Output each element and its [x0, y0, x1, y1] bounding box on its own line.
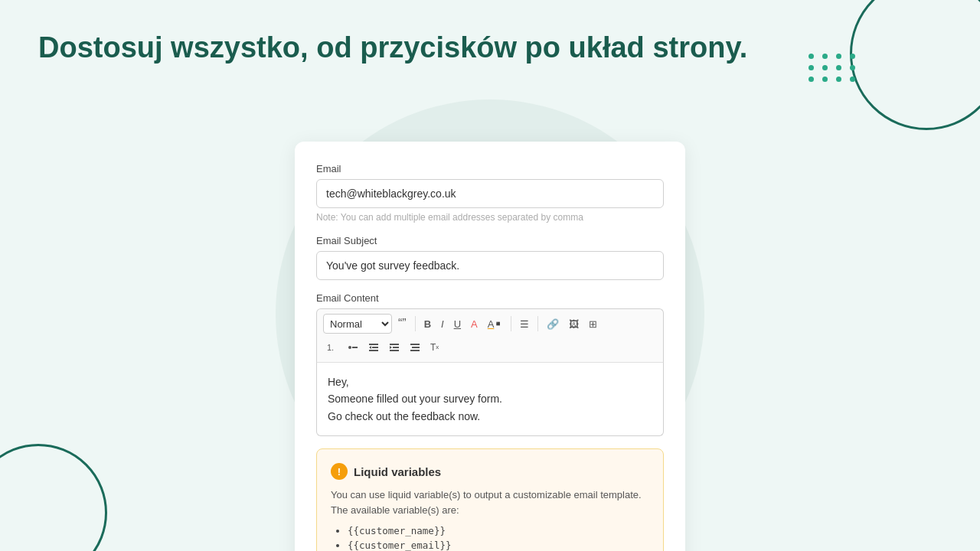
italic-btn[interactable]: I — [437, 314, 448, 334]
liquid-box-header: ! Liquid variables — [331, 463, 649, 480]
unordered-list-btn[interactable] — [344, 337, 362, 357]
content-label: Email Content — [316, 292, 664, 304]
underline-btn[interactable]: U — [450, 314, 465, 334]
dots-decoration — [808, 54, 858, 82]
quote-btn[interactable]: “” — [394, 314, 410, 334]
svg-rect-4 — [372, 347, 378, 348]
email-label: Email — [316, 163, 664, 174]
table-btn[interactable]: ⊞ — [585, 314, 601, 334]
svg-rect-2 — [352, 347, 358, 348]
liquid-box-description: You can use liquid variable(s) to output… — [331, 487, 649, 517]
decorative-circle-bottom-left — [0, 444, 107, 551]
liquid-box-title: Liquid variables — [354, 465, 441, 478]
editor-body[interactable]: Hey, Someone filled out your survey form… — [316, 363, 664, 436]
email-note: Note: You can add multiple email address… — [316, 212, 664, 223]
editor-line-1: Hey, — [328, 373, 652, 390]
link-btn[interactable]: 🔗 — [543, 314, 563, 334]
toolbar-row-2: 1. Tx — [323, 337, 657, 357]
email-input[interactable] — [316, 179, 664, 208]
bold-btn[interactable]: B — [420, 314, 435, 334]
svg-rect-11 — [410, 344, 420, 345]
svg-rect-5 — [369, 350, 378, 351]
subject-label: Email Subject — [316, 235, 664, 246]
toolbar-divider-1 — [415, 316, 416, 331]
editor-toolbar: NormalHeading 1Heading 2Heading 3 “” B I… — [316, 308, 664, 363]
liquid-var-1: {{customer_name}} — [348, 525, 649, 536]
highlight-btn[interactable]: A ◾ — [484, 314, 507, 334]
toolbar-divider-2 — [511, 316, 511, 331]
svg-text:1.: 1. — [327, 343, 334, 352]
svg-point-1 — [348, 346, 351, 349]
svg-marker-10 — [390, 346, 392, 349]
svg-rect-13 — [410, 350, 420, 351]
outdent-btn[interactable] — [406, 337, 424, 357]
subject-field-group: Email Subject — [316, 235, 664, 280]
email-field-group: Email Note: You can add multiple email a… — [316, 163, 664, 223]
editor-line-2: Someone filled out your survey form. — [328, 390, 652, 407]
align-btn[interactable]: ☰ — [516, 314, 533, 334]
main-card: Email Note: You can add multiple email a… — [295, 142, 685, 551]
toolbar-divider-3 — [537, 316, 538, 331]
content-field-group: Email Content NormalHeading 1Heading 2He… — [316, 292, 664, 436]
info-icon: ! — [331, 463, 348, 480]
editor-line-3: Go check out the feedback now. — [328, 408, 652, 425]
indent-increase-btn[interactable] — [385, 337, 403, 357]
liquid-variables-list: {{customer_name}} {{customer_email}} {{s… — [331, 525, 649, 551]
liquid-variables-box: ! Liquid variables You can use liquid va… — [316, 448, 664, 551]
svg-rect-3 — [369, 344, 378, 345]
decorative-circle-top-right — [850, 0, 980, 130]
page-title: Dostosuj wszystko, od przycisków po ukła… — [38, 31, 747, 66]
format-select[interactable]: NormalHeading 1Heading 2Heading 3 — [323, 314, 392, 334]
ordered-list-btn[interactable]: 1. — [323, 337, 341, 357]
image-btn[interactable]: 🖼 — [565, 314, 583, 334]
svg-marker-6 — [369, 346, 371, 349]
liquid-var-2: {{customer_email}} — [348, 540, 649, 551]
toolbar-row-1: NormalHeading 1Heading 2Heading 3 “” B I… — [323, 314, 657, 334]
svg-rect-7 — [390, 344, 399, 345]
svg-rect-12 — [412, 347, 420, 348]
subject-input[interactable] — [316, 251, 664, 280]
svg-rect-8 — [393, 347, 399, 348]
indent-decrease-btn[interactable] — [364, 337, 383, 357]
clear-format-btn[interactable]: Tx — [426, 337, 443, 357]
svg-rect-9 — [390, 350, 399, 351]
color-btn[interactable]: A — [467, 314, 482, 334]
